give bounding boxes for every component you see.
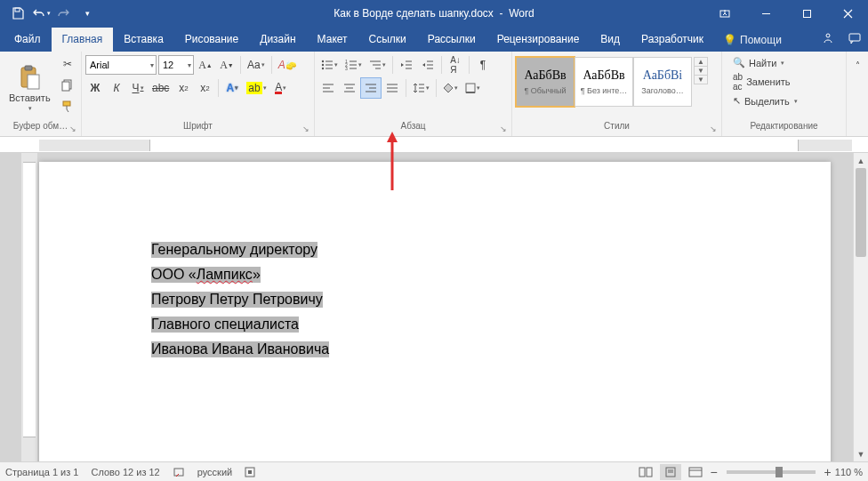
numbering-icon[interactable]: 123▾: [342, 55, 365, 75]
document-page[interactable]: Генеральному директору ООО «Лампикс» Пет…: [39, 162, 831, 461]
status-spellcheck-icon[interactable]: [173, 466, 185, 478]
collapse-ribbon-icon[interactable]: ˄: [848, 55, 867, 75]
cut-icon[interactable]: ✂: [58, 54, 77, 74]
qat-customize-icon[interactable]: ▾: [76, 3, 98, 24]
share-icon[interactable]: [815, 27, 841, 52]
tab-review[interactable]: Рецензирование: [486, 28, 591, 52]
font-name-combo[interactable]: Arial▾: [85, 55, 157, 75]
tab-mailings[interactable]: Рассылки: [417, 28, 486, 52]
status-macro-icon[interactable]: [245, 467, 255, 477]
gallery-up-icon[interactable]: ▲: [695, 58, 707, 67]
shrink-font-icon[interactable]: A▼: [217, 55, 237, 75]
zoom-in-button[interactable]: +: [824, 465, 832, 479]
shading-icon[interactable]: ▾: [440, 78, 461, 98]
tell-me-label: Помощи: [740, 34, 782, 46]
undo-icon[interactable]: ▾: [30, 3, 52, 24]
highlight-icon[interactable]: ab▾: [244, 78, 269, 98]
document-content[interactable]: Генеральному директору ООО «Лампикс» Пет…: [151, 242, 329, 366]
doc-line-5[interactable]: Иванова Ивана Ивановича: [151, 341, 329, 357]
gallery-more-icon[interactable]: ▼: [695, 76, 707, 84]
bullets-icon[interactable]: ▾: [318, 55, 341, 75]
subscript-icon[interactable]: x2: [173, 78, 193, 98]
align-right-icon[interactable]: [361, 78, 381, 98]
doc-line-2[interactable]: ООО «Лампикс»: [151, 267, 261, 283]
tell-me[interactable]: 💡 Помощи: [714, 34, 791, 52]
style-normal[interactable]: АаБбВв ¶ Обычный: [516, 57, 575, 107]
tab-file[interactable]: Файл: [4, 28, 52, 52]
font-color-icon[interactable]: A▾: [271, 78, 291, 98]
tab-design[interactable]: Дизайн: [249, 28, 306, 52]
view-read-icon[interactable]: [635, 464, 656, 480]
zoom-out-button[interactable]: −: [710, 465, 717, 479]
tab-view[interactable]: Вид: [590, 28, 631, 52]
bold-button[interactable]: Ж: [85, 78, 105, 98]
style-no-spacing[interactable]: АаБбВв ¶ Без инте…: [575, 57, 633, 107]
doc-line-3[interactable]: Петрову Петру Петровичу: [151, 292, 323, 308]
justify-icon[interactable]: [382, 78, 402, 98]
view-web-icon[interactable]: [685, 464, 706, 480]
scroll-thumb[interactable]: [856, 168, 866, 257]
zoom-level[interactable]: 110 %: [835, 467, 863, 477]
view-print-icon[interactable]: [660, 464, 681, 480]
paragraph-launcher-icon[interactable]: ↘: [497, 123, 510, 135]
decrease-indent-icon[interactable]: [397, 55, 416, 75]
text-effects-icon[interactable]: A▾: [222, 78, 242, 98]
group-clipboard: Вставить ▾ ✂ Буфер обм…↘: [0, 52, 82, 136]
italic-button[interactable]: К: [107, 78, 126, 98]
scroll-up-icon[interactable]: ▲: [854, 153, 868, 168]
superscript-icon[interactable]: x2: [195, 78, 214, 98]
zoom-slider-thumb[interactable]: [776, 467, 783, 477]
tab-layout[interactable]: Макет: [307, 28, 358, 52]
svg-point-16: [322, 68, 324, 69]
ribbon-options-icon[interactable]: [704, 0, 745, 27]
tab-references[interactable]: Ссылки: [358, 28, 417, 52]
change-case-icon[interactable]: Aa▾: [245, 55, 268, 75]
multilevel-list-icon[interactable]: ▾: [366, 55, 389, 75]
close-icon[interactable]: [827, 0, 868, 27]
strikethrough-button[interactable]: abc: [149, 78, 172, 98]
redo-icon[interactable]: [53, 3, 75, 24]
increase-indent-icon[interactable]: [418, 55, 438, 75]
align-center-icon[interactable]: [340, 78, 359, 98]
styles-launcher-icon[interactable]: ↘: [707, 123, 719, 135]
paste-button[interactable]: Вставить ▾: [4, 54, 56, 121]
style-heading1[interactable]: АаБбВі Заголово…: [633, 57, 692, 107]
replace-button[interactable]: abacЗаменить: [729, 71, 801, 92]
gallery-down-icon[interactable]: ▼: [695, 67, 707, 76]
borders-icon[interactable]: ▾: [462, 78, 483, 98]
underline-button[interactable]: Ч▾: [128, 78, 148, 98]
format-painter-icon[interactable]: [58, 97, 77, 116]
save-icon[interactable]: [7, 3, 28, 24]
tab-developer[interactable]: Разработчик: [631, 28, 714, 52]
minimize-icon[interactable]: [745, 0, 786, 27]
svg-rect-0: [15, 8, 20, 12]
comments-icon[interactable]: [841, 27, 868, 52]
maximize-icon[interactable]: [786, 0, 827, 27]
font-launcher-icon[interactable]: ↘: [300, 123, 312, 135]
select-button[interactable]: ↖Выделить▾: [729, 94, 801, 108]
copy-icon[interactable]: [58, 76, 77, 95]
grow-font-icon[interactable]: A▲: [196, 55, 215, 75]
find-button[interactable]: 🔍Найти▾: [729, 56, 801, 69]
clear-formatting-icon[interactable]: A🧽: [276, 55, 299, 75]
tab-home[interactable]: Главная: [52, 28, 114, 52]
status-words[interactable]: Слово 12 из 12: [91, 467, 159, 477]
show-marks-icon[interactable]: ¶: [473, 55, 493, 75]
tab-insert[interactable]: Вставка: [113, 28, 174, 52]
sort-icon[interactable]: A↓Я: [446, 55, 465, 75]
tab-draw[interactable]: Рисование: [174, 28, 249, 52]
status-language[interactable]: русский: [197, 467, 232, 477]
doc-line-1[interactable]: Генеральному директору: [151, 242, 317, 258]
status-page[interactable]: Страница 1 из 1: [5, 467, 78, 477]
align-left-icon[interactable]: [318, 78, 338, 98]
scroll-down-icon[interactable]: ▼: [854, 446, 868, 461]
clipboard-launcher-icon[interactable]: ↘: [67, 123, 79, 135]
line-spacing-icon[interactable]: ▾: [410, 78, 432, 98]
vertical-scrollbar[interactable]: ▲ ▼: [853, 153, 868, 461]
font-size-combo[interactable]: 12▾: [158, 55, 194, 75]
horizontal-ruler[interactable]: [0, 137, 868, 153]
doc-line-4[interactable]: Главного специалиста: [151, 317, 299, 333]
vertical-ruler[interactable]: [21, 153, 37, 461]
group-paragraph-label: Абзац: [400, 121, 425, 131]
zoom-slider[interactable]: [727, 470, 816, 474]
